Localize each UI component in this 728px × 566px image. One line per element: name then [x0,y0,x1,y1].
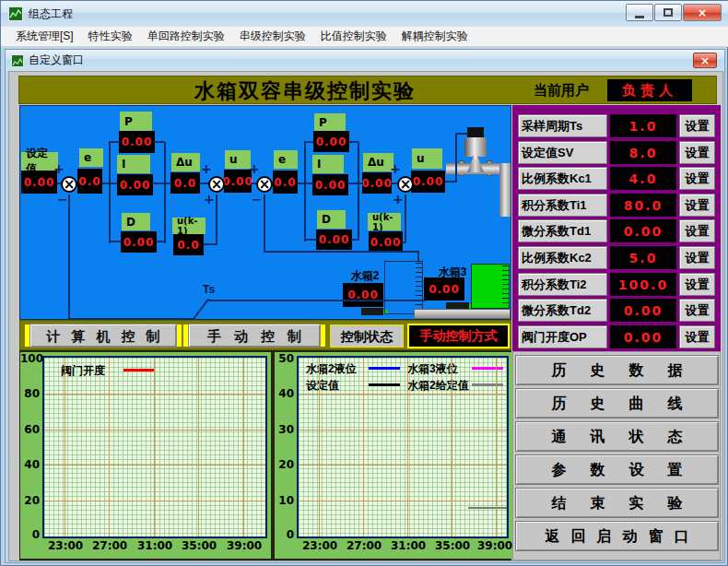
close-button[interactable]: × [683,4,722,21]
set-button[interactable]: 设置 [679,194,715,217]
param-label: 积分系数Ti1 [518,194,607,217]
legend-tank3-level: 水箱3液位 [407,361,458,377]
menu-item-cascade[interactable]: 串级控制实验 [232,27,313,46]
wire [405,195,406,243]
inner-titlebar[interactable]: 自定义窗口 × [6,50,724,71]
l2-d-value: 0.00 [316,230,352,250]
set-button[interactable]: 设置 [679,273,715,296]
l2-i-value: 0.00 [312,174,348,195]
titlebar[interactable]: 组态工程 × [1,1,728,27]
major-gridline [299,430,507,430]
set-button[interactable]: 设置 [679,167,715,190]
inner-close-button[interactable]: × [693,53,717,68]
minimize-icon [635,16,644,18]
history-data-button[interactable]: 历史数据 [515,355,719,385]
wire [109,142,111,243]
x-tick: 27:00 [92,539,127,552]
l2-e-value: 0.0 [273,171,298,194]
summing-junction-icon: × [61,176,77,193]
return-start-window-button[interactable]: 返回启动窗口 [515,521,719,551]
tank3-level-value: 0.00 [424,277,464,301]
valve-trend-chart: 100 80 60 40 20 0 阀门开度 23:00 27:00 31:00… [20,352,271,559]
summing-junction-icon: × [397,176,414,193]
x-tick: 23:00 [302,539,337,552]
major-gridline [44,394,265,395]
menu-item-single-loop[interactable]: 单回路控制实验 [140,27,232,46]
junction-sign: + [204,192,215,206]
wire [216,195,217,245]
set-button[interactable]: 设置 [679,141,715,164]
major-gridline [319,358,320,537]
set-button[interactable]: 设置 [679,219,715,242]
param-label: 比例系数Kc2 [518,246,607,269]
legend-tank2-sp: 水箱2给定值 [407,378,469,394]
l1-e-label: e [79,148,103,167]
current-user-value: 负责人 [607,79,692,101]
param-row-kc2: 比例系数Kc25.0设置 [518,246,715,269]
l2-u-value: 0.00 [411,171,445,193]
history-curve-button[interactable]: 历史曲线 [515,388,719,419]
major-gridline [299,465,507,466]
l1-i-label: I [117,155,150,173]
set-button[interactable]: 设置 [679,246,715,269]
x-tick: 39:00 [227,539,262,552]
menu-item-decoupling[interactable]: 解耦控制实验 [394,27,476,46]
maximize-button[interactable] [654,4,682,21]
set-button[interactable]: 设置 [679,325,715,348]
param-value: 80.0 [610,194,676,217]
tank2-scale [416,263,422,312]
major-gridline [299,394,507,395]
l1-uk1-label: u(k-1) [172,218,205,234]
major-gridline [65,358,65,537]
major-gridline [243,358,244,537]
junction-sign: + [53,161,65,176]
y-tick: 20 [275,458,294,471]
tank2-drain-valve-icon [361,308,383,315]
setpoint-value: 0.00 [21,171,57,194]
tank2-label: 水箱2 [345,268,385,284]
menu-item-characteristic[interactable]: 特性实验 [81,27,140,46]
wire [417,251,419,262]
major-gridline [198,358,199,537]
legend-line-magenta [472,367,503,370]
y-tick: 0 [20,528,40,541]
l1-p-label: P [120,112,152,131]
l1-i-value: 0.00 [117,174,153,195]
param-label: 采样周期Ts [518,114,607,137]
param-value: 5.0 [610,246,676,269]
manual-control-button[interactable]: 手动控制 [188,324,321,348]
page-content: 水箱双容串级控制实验 当前用户 负责人 设定值 0.00 e 0.0 P 0.0… [8,71,723,561]
pipe-vertical [499,163,511,217]
set-button[interactable]: 设置 [679,114,715,137]
end-experiment-button[interactable]: 结束实验 [515,488,719,518]
window-title: 组态工程 [29,6,73,22]
junction-sign: + [249,161,260,176]
l2-du-value: 0.00 [362,172,392,194]
l1-du-value: 0.0 [170,172,200,194]
param-label: 设定值SV [518,141,607,164]
l2-p-label: P [314,113,346,131]
param-setting-button[interactable]: 参数设置 [515,454,719,485]
wire [208,300,426,301]
minimize-button[interactable] [626,4,653,21]
major-gridline [44,430,265,430]
menu-item-ratio[interactable]: 比值控制实验 [313,27,394,46]
sampling-switch [193,299,209,320]
window-controls: × [625,4,722,21]
x-tick: 23:00 [48,539,83,552]
set-button[interactable]: 设置 [679,299,715,322]
y-tick: 20 [20,494,40,507]
param-value: 100.0 [610,273,676,296]
param-value: 0.00 [610,219,676,242]
inner-window: 自定义窗口 × 水箱双容串级控制实验 当前用户 负责人 设定值 0.00 e 0… [5,49,725,563]
tank2-sp-trace [468,507,507,509]
page-title: 水箱双容串级控制实验 [158,77,452,104]
l1-e-value: 0.0 [77,169,102,194]
legend-line-blue [369,367,400,370]
l2-p-value: 0.00 [313,131,349,152]
comm-status-button[interactable]: 通讯状态 [515,421,719,452]
menu-item-system[interactable]: 系统管理[S] [8,27,81,46]
computer-control-button[interactable]: 计算机控制 [29,324,177,348]
wire [455,133,457,183]
wire [455,133,468,135]
